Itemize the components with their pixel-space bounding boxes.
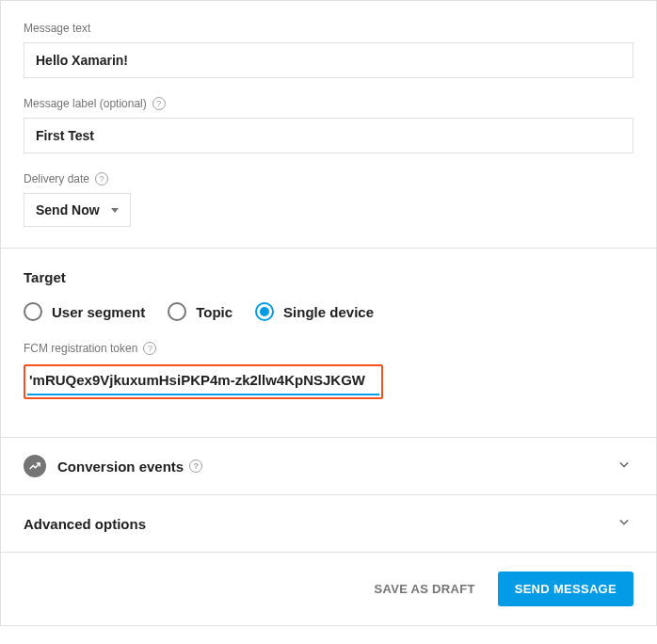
- advanced-options-row[interactable]: Advanced options: [1, 494, 656, 552]
- message-text-label: Message text: [24, 22, 633, 35]
- help-icon[interactable]: ?: [189, 459, 202, 473]
- radio-icon: [168, 302, 186, 321]
- radio-topic[interactable]: Topic: [168, 302, 232, 321]
- help-icon[interactable]: ?: [152, 97, 166, 110]
- delivery-date-field: Delivery date ? Send Now: [24, 172, 633, 227]
- target-radio-group: User segment Topic Single device: [24, 302, 633, 321]
- target-section: Target User segment Topic Single device …: [1, 248, 656, 437]
- chevron-down-icon: [615, 512, 633, 535]
- advanced-options-title: Advanced options: [24, 516, 146, 532]
- compose-message-card: Message text Message label (optional) ? …: [0, 0, 657, 626]
- message-label-input[interactable]: [24, 118, 633, 153]
- delivery-date-dropdown[interactable]: Send Now: [24, 193, 131, 227]
- radio-icon: [24, 302, 42, 321]
- save-as-draft-button[interactable]: SAVE AS DRAFT: [368, 574, 480, 604]
- message-label-label: Message label (optional) ?: [24, 97, 633, 110]
- radio-label: User segment: [52, 304, 145, 320]
- fcm-token-highlight: [24, 364, 383, 399]
- radio-dot-icon: [260, 307, 269, 316]
- conversion-events-title: Conversion events ?: [57, 459, 202, 475]
- send-message-button[interactable]: SEND MESSAGE: [498, 572, 633, 606]
- radio-label: Topic: [196, 304, 232, 320]
- message-section: Message text Message label (optional) ? …: [1, 1, 656, 248]
- target-title: Target: [24, 269, 633, 285]
- radio-single-device[interactable]: Single device: [255, 302, 374, 321]
- radio-label: Single device: [283, 304, 374, 320]
- fcm-token-label: FCM registration token ?: [24, 342, 633, 355]
- advanced-options-left: Advanced options: [24, 516, 146, 532]
- conversion-events-left: Conversion events ?: [24, 455, 202, 477]
- chevron-down-icon: [111, 208, 119, 213]
- chevron-down-icon: [615, 455, 633, 477]
- message-label-text: Message label (optional): [24, 97, 147, 110]
- fcm-token-input[interactable]: [27, 368, 379, 395]
- delivery-date-value: Send Now: [36, 202, 100, 217]
- delivery-date-text: Delivery date: [24, 172, 89, 185]
- message-text-input[interactable]: [24, 42, 633, 78]
- conversion-events-text: Conversion events: [57, 459, 184, 475]
- footer-actions: SAVE AS DRAFT SEND MESSAGE: [1, 552, 656, 625]
- conversion-events-row[interactable]: Conversion events ?: [1, 437, 656, 494]
- trend-icon: [24, 455, 46, 477]
- help-icon[interactable]: ?: [143, 342, 156, 355]
- help-icon[interactable]: ?: [95, 172, 108, 185]
- radio-user-segment[interactable]: User segment: [24, 302, 145, 321]
- message-text-field: Message text: [24, 22, 633, 78]
- radio-icon: [255, 302, 274, 321]
- fcm-token-text: FCM registration token: [24, 342, 137, 355]
- delivery-date-label: Delivery date ?: [24, 172, 633, 185]
- message-label-field: Message label (optional) ?: [24, 97, 633, 153]
